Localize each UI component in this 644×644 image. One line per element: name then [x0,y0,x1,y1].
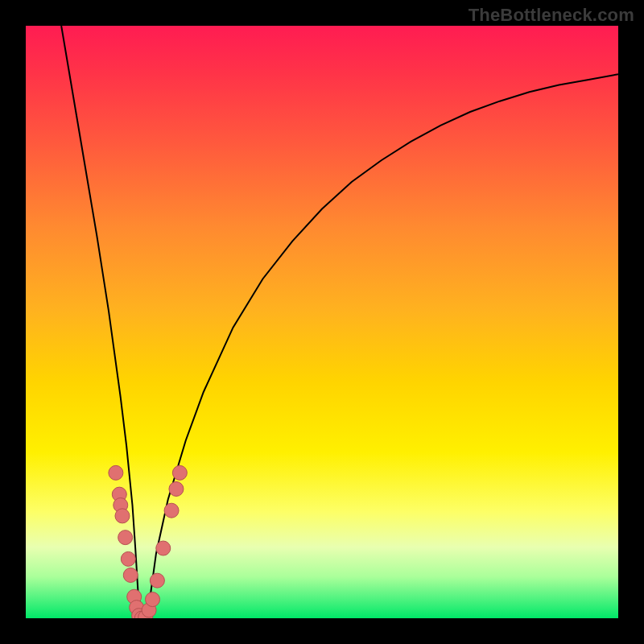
data-marker [121,551,135,566]
data-marker [150,573,164,588]
bottleneck-curve [61,26,618,618]
data-markers [109,465,187,618]
data-marker [169,481,184,496]
data-marker [164,503,179,518]
watermark-text: TheBottleneck.com [469,5,634,26]
data-marker [123,568,138,582]
plot-area [26,26,618,618]
data-marker [118,530,133,545]
chart-svg [26,26,618,618]
data-marker [156,541,171,555]
data-marker [172,465,187,480]
chart-frame: TheBottleneck.com [0,0,644,644]
data-marker [109,465,123,480]
data-marker [115,509,130,523]
data-marker [146,592,160,607]
